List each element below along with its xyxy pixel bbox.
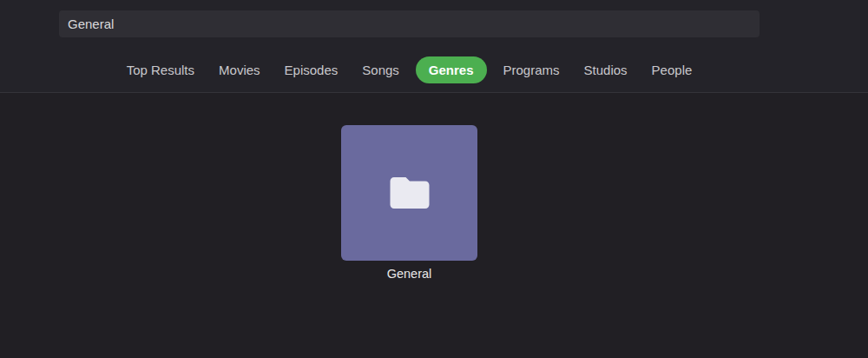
tab-programs[interactable]: Programs (496, 56, 568, 83)
search-input[interactable] (59, 10, 760, 37)
genre-card-title: General (387, 267, 432, 281)
tab-songs[interactable]: Songs (354, 56, 407, 83)
tab-people[interactable]: People (644, 56, 700, 83)
tab-episodes[interactable]: Episodes (277, 56, 346, 83)
search-results: General (0, 125, 819, 281)
tab-genres[interactable]: Genres (416, 56, 487, 83)
folder-icon (386, 169, 433, 216)
search-filter-tabs: Top Results Movies Episodes Songs Genres… (0, 53, 819, 86)
genre-card-tile[interactable] (341, 125, 477, 261)
tab-movies[interactable]: Movies (211, 56, 268, 83)
tab-studios[interactable]: Studios (576, 56, 635, 83)
genre-card-general[interactable]: General (341, 125, 477, 281)
tab-top-results[interactable]: Top Results (119, 56, 202, 83)
